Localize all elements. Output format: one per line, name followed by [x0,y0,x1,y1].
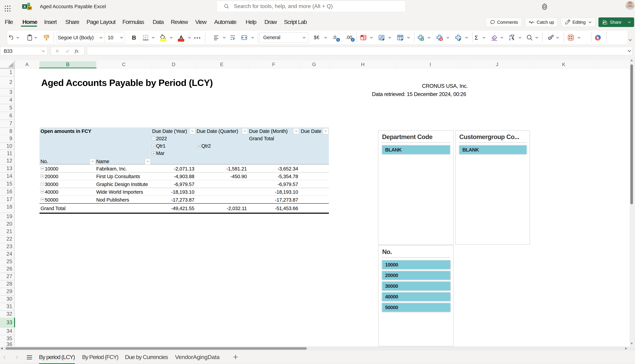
svg-text:A: A [509,34,511,38]
svg-text:X: X [24,4,26,9]
svg-text:DF: DF [28,7,32,10]
svg-text:Z: Z [509,38,510,41]
